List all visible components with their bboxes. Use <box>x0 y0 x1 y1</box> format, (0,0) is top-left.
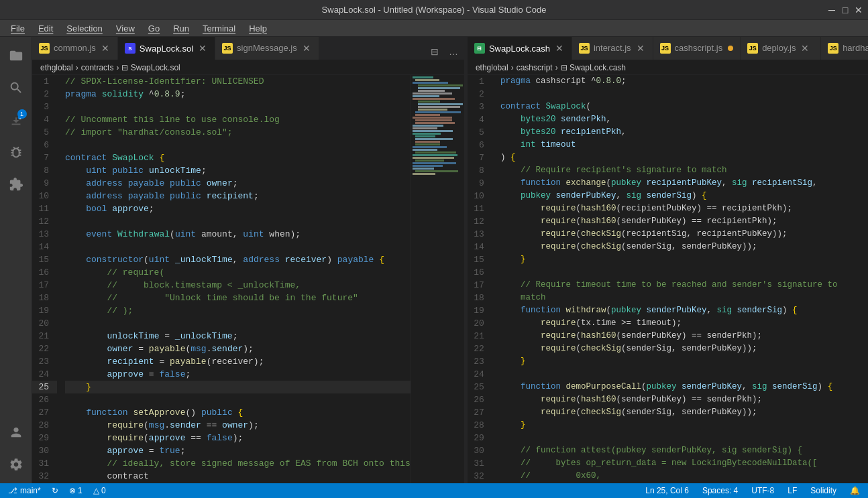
tab-icon-cash: ⊟ <box>474 43 485 54</box>
notifications-bell[interactable]: 🔔 <box>847 486 863 495</box>
rcode-12: require(hash160(senderPubKey) == recipie… <box>500 215 868 228</box>
tab-icon-deploy: JS <box>747 43 758 54</box>
menu-edit[interactable]: Edit <box>33 22 58 35</box>
rln20: 20 <box>468 317 492 330</box>
tab-swaplock-sol[interactable]: S SwapLock.sol ✕ <box>118 37 215 60</box>
editor-area: JS common.js ✕ S SwapLock.sol ✕ JS signM… <box>32 37 868 483</box>
git-branch-name: main* <box>20 486 41 495</box>
cursor-position[interactable]: Ln 25, Col 6 <box>643 486 692 495</box>
breadcrumb-swaplock-cash[interactable]: ⊟ SwapLock.cash <box>561 63 626 72</box>
rln4: 4 <box>468 113 492 126</box>
errors-status[interactable]: ⊗ 1 <box>66 486 85 495</box>
menu-terminal[interactable]: Terminal <box>197 22 241 35</box>
tab-icon-js2: JS <box>222 43 233 54</box>
ln23: 23 <box>32 355 57 368</box>
tab-label-swaplock: SwapLock.sol <box>140 44 193 54</box>
tab-hardhat-js[interactable]: JS hardhat.config.js ✕ <box>821 37 868 60</box>
maximize-button[interactable]: □ <box>841 6 849 14</box>
ln6: 6 <box>32 139 57 151</box>
ln27: 27 <box>32 406 57 419</box>
tab-close-swaplockcash[interactable]: ✕ <box>554 43 565 54</box>
eol-status[interactable]: LF <box>785 486 800 495</box>
ln8: 8 <box>32 164 57 177</box>
breadcrumb-contracts[interactable]: contracts <box>81 63 114 72</box>
tab-cashscript-js[interactable]: JS cashscript.js <box>653 37 741 60</box>
more-tabs-btn[interactable]: … <box>445 44 462 60</box>
activity-explorer[interactable] <box>0 40 32 72</box>
ln22: 22 <box>32 343 57 355</box>
menu-help[interactable]: Help <box>243 22 272 35</box>
activity-settings[interactable] <box>0 448 32 481</box>
sync-status[interactable]: ↻ <box>49 486 61 495</box>
split-editor-btn[interactable]: ⊟ <box>427 44 443 60</box>
error-count: ⊗ 1 <box>69 486 83 495</box>
rln16: 16 <box>468 266 492 279</box>
rln33: 33 <box>468 483 492 483</box>
spaces-text: Spaces: 4 <box>702 486 738 495</box>
minimize-button[interactable]: ─ <box>828 6 836 14</box>
code-line-30: approve = true; <box>65 444 411 457</box>
position-text: Ln 25, Col 6 <box>645 486 689 495</box>
tab-close-deploy[interactable]: ✕ <box>800 43 810 54</box>
rln23: 23 <box>468 355 492 368</box>
editor-groups: JS common.js ✕ S SwapLock.sol ✕ JS signM… <box>32 37 868 483</box>
activity-extensions[interactable] <box>0 168 32 200</box>
rcode-18: match <box>500 292 868 304</box>
ln15: 15 <box>32 253 57 266</box>
activity-git[interactable]: 1 1 <box>0 104 32 136</box>
tab-close-signmessage[interactable]: ✕ <box>301 43 312 54</box>
tab-close-swaplock[interactable]: ✕ <box>197 43 208 54</box>
rcode-9: function exchange(pubkey recipientPubKey… <box>500 177 868 190</box>
code-line-20 <box>65 317 411 330</box>
breadcrumb-ethglobal-right[interactable]: ethglobal <box>476 63 508 72</box>
tab-deploy-js[interactable]: JS deploy.js ✕ <box>741 37 821 60</box>
tab-actions-left: ⊟ … <box>427 44 464 60</box>
activity-search[interactable] <box>0 72 32 104</box>
close-button[interactable]: ✕ <box>855 6 863 14</box>
tab-close-interact[interactable]: ✕ <box>635 43 646 54</box>
rcode-20: require(tx.time >= timeout); <box>500 317 868 330</box>
warnings-status[interactable]: △ 0 <box>91 486 109 495</box>
rcode-5: bytes20 recipientPkh, <box>500 126 868 139</box>
breadcrumb-ethglobal[interactable]: ethglobal <box>40 63 73 72</box>
tab-interact-js[interactable]: JS interact.js ✕ <box>572 37 653 60</box>
encoding-status[interactable]: UTF-8 <box>749 486 777 495</box>
menu-go[interactable]: Go <box>143 22 165 35</box>
rcode-31: // bytes op_return_data = new LockingByt… <box>500 457 868 470</box>
rln8: 8 <box>468 164 492 177</box>
tab-label-deploy: deploy.js <box>762 43 796 53</box>
rln18: 18 <box>468 292 492 304</box>
tab-swaplockcash[interactable]: ⊟ SwapLock.cash ✕ <box>468 37 572 60</box>
language-mode[interactable]: Solidity <box>808 486 839 495</box>
git-branch-status[interactable]: ⎇ main* <box>5 486 44 495</box>
code-content-right[interactable]: pragma cashscript ^0.8.0; contract SwapL… <box>498 75 868 483</box>
breadcrumb-cashscript[interactable]: cashscript <box>517 63 553 72</box>
tab-common-js[interactable]: JS common.js ✕ <box>32 37 118 60</box>
eol-text: LF <box>788 486 797 495</box>
tab-signmessage-js[interactable]: JS signMessage.js ✕ <box>215 37 319 60</box>
menu-file[interactable]: File <box>5 22 30 35</box>
indentation-status[interactable]: Spaces: 4 <box>700 486 741 495</box>
tab-icon-js: JS <box>39 43 50 54</box>
rln32: 32 <box>468 470 492 483</box>
rcode-3: contract SwapLock( <box>500 101 868 113</box>
tab-label-hardhat: hardhat.config.js <box>843 43 868 53</box>
breadcrumb-swaplock-sol[interactable]: ⊟ SwapLock.sol <box>121 63 180 72</box>
tab-bar-right: ⊟ SwapLock.cash ✕ JS interact.js ✕ JS ca… <box>468 37 868 60</box>
code-line-18: // "Unlock time should be in the future" <box>65 292 411 304</box>
menu-view[interactable]: View <box>111 22 140 35</box>
git-branch-icon: ⎇ <box>8 486 17 495</box>
tab-close-common[interactable]: ✕ <box>100 43 111 54</box>
code-line-21: unlockTime = _unlockTime; <box>65 330 411 343</box>
menu-run[interactable]: Run <box>168 22 195 35</box>
code-content-left[interactable]: // SPDX-License-Identifier: UNLICENSED p… <box>62 75 411 483</box>
window-controls[interactable]: ─ □ ✕ <box>828 6 863 14</box>
code-line-26 <box>65 393 411 406</box>
menu-selection[interactable]: Selection <box>61 22 107 35</box>
rcode-1: pragma cashscript ^0.8.0; <box>500 75 868 88</box>
activity-bar: 1 1 <box>0 37 32 483</box>
activity-debug[interactable] <box>0 136 32 168</box>
activity-account[interactable] <box>0 416 32 448</box>
git-badge: 1 <box>17 109 27 119</box>
rcode-6: int timeout <box>500 139 868 151</box>
